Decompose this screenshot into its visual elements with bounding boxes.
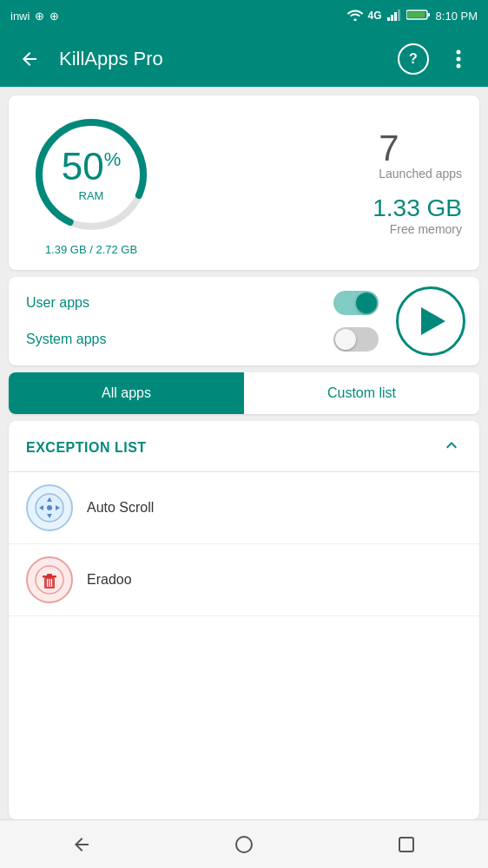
ram-usage: 1.39 GB / 2.72 GB [45,243,137,256]
ram-card: 50% RAM 1.39 GB / 2.72 GB 7 Launched app… [9,95,479,270]
gauge-ram-label: RAM [62,189,122,202]
autoscroll-icon [26,484,73,531]
autoscroll-name: Auto Scroll [87,500,154,516]
status-left: inwi ⊕ ⊕ [10,10,59,23]
carrier-text: inwi [10,10,30,23]
user-apps-knob [356,293,377,313]
exception-item-autoscroll[interactable]: Auto Scroll [9,472,479,544]
toggle-card: User apps System apps [9,277,479,365]
nav-home-button[interactable] [223,824,265,865]
nav-recent-button[interactable] [386,824,427,865]
exception-title: Exception list [26,440,147,456]
svg-point-25 [236,837,252,852]
4g-icon: 4G [368,10,382,22]
user-apps-label: User apps [26,295,89,311]
svg-point-8 [457,57,461,62]
play-icon [421,307,445,335]
svg-rect-21 [47,574,52,576]
launched-count: 7 [379,130,462,167]
svg-rect-5 [427,13,430,16]
exception-header[interactable]: Exception list [9,421,479,472]
chevron-up-icon [441,435,462,461]
free-memory-value: 1.33 GB [373,194,462,222]
launched-label: Launched apps [379,167,462,181]
menu-button[interactable] [443,43,474,75]
top-bar: KillApps Pro ? [0,31,488,87]
ram-right: 7 Launched apps 1.33 GB Free memory [170,130,462,236]
battery-icon [406,9,431,23]
wifi-icon [347,9,363,23]
usb-icon: ⊕ [35,10,44,23]
user-apps-toggle[interactable] [333,291,379,315]
launched-apps-section: 7 Launched apps [379,130,462,181]
custom-list-tab[interactable]: Custom list [244,372,479,414]
status-bar: inwi ⊕ ⊕ 4G 8:10 [0,0,488,31]
system-apps-knob [335,329,356,350]
toggle-section: User apps System apps [9,277,396,365]
user-apps-row: User apps [26,291,379,315]
eradoo-icon [26,556,73,603]
nav-bar [0,819,488,868]
gauge-container: 50% RAM [26,109,156,240]
system-apps-label: System apps [26,332,106,347]
time-text: 8:10 PM [436,10,478,23]
tabs-card: All apps Custom list [9,372,479,414]
status-right: 4G 8:10 PM [347,9,478,23]
system-apps-toggle[interactable] [333,327,379,352]
exception-card: Exception list Auto Scroll [9,421,479,819]
app-title: KillApps Pro [59,48,384,70]
all-apps-tab[interactable]: All apps [9,372,244,414]
svg-rect-3 [398,10,400,21]
free-memory-section: 1.33 GB Free memory [373,194,462,236]
svg-rect-26 [399,838,413,852]
svg-rect-1 [391,15,393,21]
play-button[interactable] [396,286,465,356]
svg-point-17 [47,505,52,510]
svg-point-7 [457,50,461,55]
eradoo-name: Eradoo [87,572,132,588]
gauge-percent: 50% [62,148,122,186]
main-content: 50% RAM 1.39 GB / 2.72 GB 7 Launched app… [0,87,488,819]
help-button[interactable]: ? [398,43,429,75]
svg-rect-0 [387,17,390,21]
usb2-icon: ⊕ [49,10,59,23]
signal-icon [387,9,401,23]
svg-rect-2 [394,12,397,21]
svg-rect-6 [407,11,425,17]
nav-back-button[interactable] [61,824,102,865]
free-memory-label: Free memory [373,222,462,236]
system-apps-row: System apps [26,327,379,352]
gauge-center: 50% RAM [62,148,122,202]
back-button[interactable] [14,43,45,75]
exception-item-eradoo[interactable]: Eradoo [9,544,479,616]
svg-point-9 [457,64,461,69]
